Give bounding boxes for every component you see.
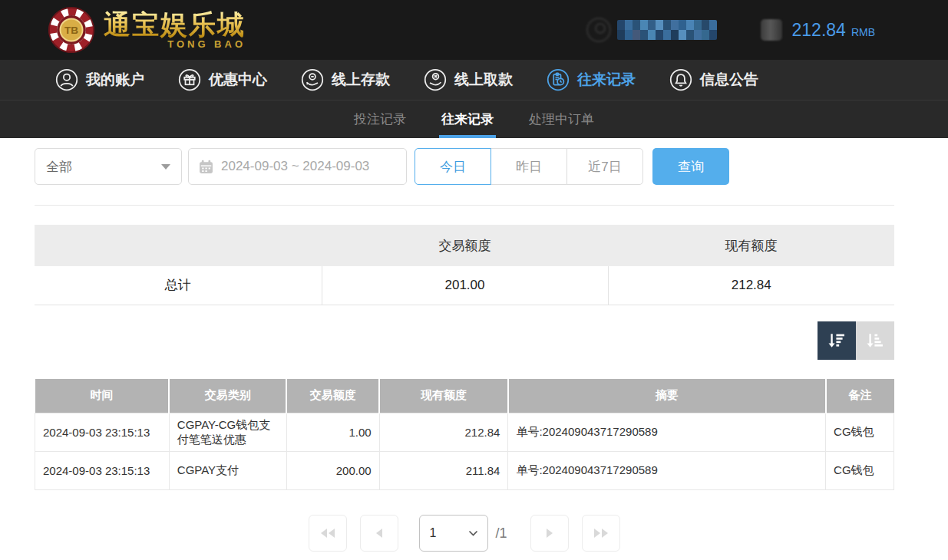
balance-currency: RMB [851, 26, 875, 38]
previous-page-button[interactable] [360, 515, 398, 552]
nav-item-deposit[interactable]: 线上存款 [301, 68, 390, 91]
nav-item-my-account[interactable]: 我的账户 [55, 68, 144, 91]
user-avatar-icon [586, 18, 611, 42]
quick-date-group: 今日 昨日 近7日 [415, 148, 643, 185]
summary-header-balance: 现有额度 [608, 225, 894, 266]
last-page-button[interactable] [582, 515, 620, 552]
site-logo[interactable]: TB 通宝娱乐城 TONG BAO [48, 6, 246, 54]
deposit-icon [301, 68, 324, 91]
cell-remark: CG钱包 [826, 452, 894, 490]
records-table: 时间 交易类别 交易额度 现有额度 摘要 备注 2024-09-03 23:15… [35, 379, 894, 491]
withdraw-icon [424, 68, 447, 91]
sort-ascending-button[interactable] [856, 321, 894, 360]
nav-label: 优惠中心 [209, 70, 267, 90]
section-divider [35, 205, 894, 206]
cell-balance: 211.84 [379, 452, 508, 490]
wallet-icon [761, 19, 782, 41]
quick-last7days-button[interactable]: 近7日 [566, 148, 643, 185]
sort-ascending-icon [864, 330, 886, 351]
main-content: 全部 2024-09-03 ~ 2024-09-03 今日 昨日 近7日 查询 [35, 148, 894, 552]
site-subtitle: TONG BAO [104, 38, 246, 50]
top-header: TB 通宝娱乐城 TONG BAO 212.84 RMB [0, 0, 948, 60]
page-total: /1 [495, 525, 507, 542]
main-nav: 我的账户 优惠中心 线上存款 线上取款 [0, 60, 948, 100]
col-balance: 现有额度 [379, 379, 508, 413]
page-select-value: 1 [429, 526, 436, 540]
search-button[interactable]: 查询 [652, 148, 729, 185]
tab-label: 往来记录 [441, 110, 494, 128]
nav-label: 信息公告 [700, 70, 758, 90]
account-balance: 212.84 RMB [792, 20, 875, 41]
tab-label: 处理中订单 [529, 110, 594, 128]
summary-header-empty [35, 225, 322, 266]
date-range-value: 2024-09-03 ~ 2024-09-03 [221, 159, 369, 174]
col-type: 交易类别 [169, 379, 286, 413]
col-time: 时间 [35, 379, 170, 413]
cell-balance: 212.84 [379, 413, 508, 452]
summary-table: 交易额度 现有额度 总计 201.00 212.84 [35, 225, 894, 305]
announcement-icon [669, 68, 692, 91]
casino-chip-icon: TB [48, 6, 95, 54]
first-page-button[interactable] [309, 515, 347, 552]
table-row: 2024-09-03 23:15:13 CGPAY支付 200.00 211.8… [35, 452, 894, 490]
subtab-bar: 投注记录 往来记录 处理中订单 [0, 100, 948, 138]
balance-amount: 212.84 [792, 20, 846, 41]
records-icon [547, 68, 570, 91]
first-page-icon [319, 527, 337, 539]
chevron-down-icon [468, 530, 478, 536]
summary-total-balance: 212.84 [608, 266, 894, 305]
nav-label: 线上存款 [332, 70, 390, 90]
cell-summary: 单号:202409043717290589 [508, 452, 826, 490]
nav-item-withdraw[interactable]: 线上取款 [424, 68, 513, 91]
nav-label: 我的账户 [86, 70, 144, 90]
transaction-type-select[interactable]: 全部 [35, 148, 182, 185]
nav-label: 线上取款 [454, 70, 513, 90]
nav-label: 往来记录 [577, 70, 636, 90]
svg-text:TB: TB [64, 25, 78, 36]
summary-total-label: 总计 [35, 266, 322, 305]
chevron-down-icon [161, 164, 170, 170]
date-range-input[interactable]: 2024-09-03 ~ 2024-09-03 [188, 148, 407, 185]
cell-time: 2024-09-03 23:15:13 [35, 413, 170, 452]
select-value: 全部 [46, 158, 72, 176]
cell-remark: CG钱包 [826, 413, 894, 452]
last-page-icon [592, 527, 610, 539]
cell-time: 2024-09-03 23:15:13 [35, 452, 170, 490]
summary-total-transaction: 201.00 [322, 266, 608, 305]
next-page-button[interactable] [530, 515, 569, 552]
gift-icon [178, 68, 201, 91]
tab-label: 投注记录 [354, 110, 406, 128]
cell-amount: 200.00 [286, 452, 379, 490]
sort-controls [35, 321, 894, 360]
pagination: 1 /1 [35, 515, 894, 552]
cell-amount: 1.00 [286, 413, 379, 452]
col-amount: 交易额度 [286, 379, 379, 413]
previous-page-icon [373, 527, 385, 539]
cell-summary: 单号:202409043717290589 [508, 413, 826, 452]
nav-item-transaction-records[interactable]: 往来记录 [547, 68, 636, 91]
col-summary: 摘要 [508, 379, 826, 413]
user-icon [55, 68, 78, 91]
filter-row: 全部 2024-09-03 ~ 2024-09-03 今日 昨日 近7日 查询 [35, 148, 894, 185]
calendar-icon [199, 160, 213, 174]
nav-item-promotions[interactable]: 优惠中心 [178, 68, 267, 91]
col-remark: 备注 [826, 379, 894, 413]
summary-header-row: 交易额度 现有额度 [35, 225, 894, 266]
sort-descending-icon [826, 330, 847, 351]
page-select[interactable]: 1 [419, 515, 488, 552]
quick-yesterday-button[interactable]: 昨日 [491, 148, 567, 185]
quick-today-button[interactable]: 今日 [415, 148, 491, 185]
tab-transaction-records[interactable]: 往来记录 [440, 100, 495, 138]
table-row: 2024-09-03 23:15:13 CGPAY-CG钱包支付笔笔送优惠 1.… [35, 413, 894, 452]
sort-descending-button[interactable] [818, 321, 856, 360]
summary-header-transaction: 交易额度 [322, 225, 608, 266]
next-page-icon [543, 527, 556, 539]
redacted-username [617, 20, 717, 40]
cell-type: CGPAY支付 [169, 452, 286, 490]
summary-total-row: 总计 201.00 212.84 [35, 266, 894, 305]
records-header-row: 时间 交易类别 交易额度 现有额度 摘要 备注 [35, 379, 894, 413]
tab-pending-orders[interactable]: 处理中订单 [527, 100, 596, 138]
cell-type: CGPAY-CG钱包支付笔笔送优惠 [169, 413, 286, 452]
tab-betting-records[interactable]: 投注记录 [352, 100, 408, 138]
nav-item-announcements[interactable]: 信息公告 [669, 68, 758, 91]
